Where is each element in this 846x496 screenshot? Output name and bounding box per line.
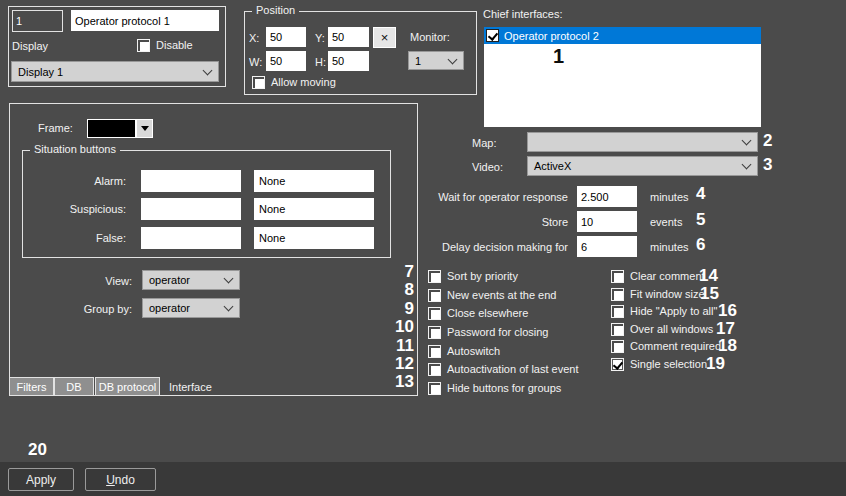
checkbox[interactable] xyxy=(428,326,441,339)
wait-response-label: Wait for operator response xyxy=(418,191,568,204)
option-hide-buttons-for-groups[interactable]: Hide buttons for groups xyxy=(428,381,561,395)
store-input[interactable] xyxy=(577,211,637,232)
tab-interface[interactable]: Interface xyxy=(163,377,233,396)
monitor-select[interactable]: 1 xyxy=(408,51,464,70)
list-item-checkbox[interactable] xyxy=(486,29,499,42)
option-label: Close elsewhere xyxy=(447,307,528,319)
y-input[interactable] xyxy=(328,27,369,47)
frame-color-swatch[interactable] xyxy=(87,119,136,138)
undo-button-rest: ndo xyxy=(115,473,135,487)
annotation-18: 18 xyxy=(718,337,737,354)
annotation-10: 10 xyxy=(384,318,414,335)
false-input[interactable] xyxy=(141,227,241,249)
suspicious-input[interactable] xyxy=(141,198,241,220)
frame-label: Frame: xyxy=(38,122,73,135)
checkbox[interactable] xyxy=(428,345,441,358)
option-comment-required[interactable]: Comment required xyxy=(611,339,721,353)
y-label: Y: xyxy=(315,32,325,45)
disable-checkbox[interactable] xyxy=(137,39,150,52)
option-label: Autoswitch xyxy=(447,345,500,357)
allow-moving-option[interactable]: Allow moving xyxy=(252,75,336,89)
map-select[interactable] xyxy=(527,132,758,152)
tab-filters[interactable]: Filters xyxy=(9,377,54,396)
x-input[interactable] xyxy=(266,27,306,47)
clear-position-button[interactable]: × xyxy=(373,27,396,48)
chief-interfaces-list[interactable]: Operator protocol 2 xyxy=(484,27,761,127)
chevron-down-icon xyxy=(224,274,234,284)
video-select[interactable]: ActiveX xyxy=(527,156,758,176)
undo-button-accel: U xyxy=(106,473,115,487)
option-clear-comment[interactable]: Clear comment xyxy=(611,269,705,283)
checkbox[interactable] xyxy=(428,270,441,283)
chevron-down-icon xyxy=(203,65,213,75)
view-select[interactable]: operator xyxy=(142,270,240,290)
annotation-12: 12 xyxy=(384,355,414,372)
checkbox[interactable] xyxy=(428,382,441,395)
store-label: Store xyxy=(418,216,568,229)
checkbox[interactable] xyxy=(611,358,624,371)
chevron-down-icon xyxy=(224,302,234,312)
checkbox[interactable] xyxy=(428,289,441,302)
option-new-events-at-end[interactable]: New events at the end xyxy=(428,288,556,302)
chevron-down-icon xyxy=(742,136,752,146)
option-autoswitch[interactable]: Autoswitch xyxy=(428,344,500,358)
option-label: Sort by priority xyxy=(447,270,518,282)
checkbox[interactable] xyxy=(611,340,624,353)
annotation-8: 8 xyxy=(384,281,414,298)
suspicious-action-field[interactable]: None xyxy=(254,198,374,220)
option-autoactivation-last-event[interactable]: Autoactivation of last event xyxy=(428,362,578,376)
alarm-action-field[interactable]: None xyxy=(254,170,374,192)
object-id-field[interactable] xyxy=(12,10,63,32)
annotation-5: 5 xyxy=(696,211,705,228)
option-close-elsewhere[interactable]: Close elsewhere xyxy=(428,306,528,320)
option-label: Fit window size xyxy=(630,288,705,300)
checkbox[interactable] xyxy=(428,363,441,376)
option-single-selection[interactable]: Single selection xyxy=(611,357,707,371)
option-over-all-windows[interactable]: Over all windows xyxy=(611,322,713,336)
list-item[interactable]: Operator protocol 2 xyxy=(484,27,761,44)
h-input[interactable] xyxy=(328,51,369,71)
false-action-field[interactable]: None xyxy=(254,227,374,249)
chevron-down-icon xyxy=(448,54,458,64)
checkbox[interactable] xyxy=(611,323,624,336)
option-hide-apply-to-all[interactable]: Hide "Apply to all" xyxy=(611,304,717,318)
monitor-select-value: 1 xyxy=(415,55,421,67)
alarm-input[interactable] xyxy=(141,170,241,192)
display-select[interactable]: Display 1 xyxy=(11,61,219,82)
video-label: Video: xyxy=(472,161,503,174)
annotation-9: 9 xyxy=(384,300,414,317)
allow-moving-checkbox[interactable] xyxy=(252,76,265,89)
option-label: Hide "Apply to all" xyxy=(630,305,717,317)
option-label: Single selection xyxy=(630,358,707,370)
list-item-label: Operator protocol 2 xyxy=(504,30,599,42)
option-label: Over all windows xyxy=(630,323,713,335)
object-name-field[interactable] xyxy=(71,10,219,31)
dropdown-arrow-icon xyxy=(141,126,149,131)
option-fit-window-size[interactable]: Fit window size xyxy=(611,287,705,301)
annotation-6: 6 xyxy=(696,236,705,253)
checkbox[interactable] xyxy=(611,288,624,301)
disable-label: Disable xyxy=(156,39,193,51)
group-by-label: Group by: xyxy=(60,303,132,316)
option-password-for-closing[interactable]: Password for closing xyxy=(428,325,549,339)
tab-db-protocol[interactable]: DB protocol xyxy=(95,377,160,396)
option-label: New events at the end xyxy=(447,289,556,301)
display-select-value: Display 1 xyxy=(18,66,63,78)
view-select-value: operator xyxy=(149,274,190,286)
w-input[interactable] xyxy=(266,51,306,71)
option-sort-by-priority[interactable]: Sort by priority xyxy=(428,269,518,283)
wait-response-input[interactable] xyxy=(577,186,637,207)
apply-button[interactable]: Apply xyxy=(8,468,74,491)
delay-decision-input[interactable] xyxy=(577,236,637,257)
tab-db[interactable]: DB xyxy=(54,377,94,396)
checkbox[interactable] xyxy=(611,270,624,283)
undo-button[interactable]: Undo xyxy=(85,468,156,491)
checkbox[interactable] xyxy=(428,307,441,320)
group-by-select[interactable]: operator xyxy=(142,298,240,318)
disable-option[interactable]: Disable xyxy=(137,38,193,52)
suspicious-label: Suspicious: xyxy=(30,203,126,216)
annotation-16: 16 xyxy=(718,302,737,319)
checkbox[interactable] xyxy=(611,305,624,318)
frame-color-dropdown-button[interactable] xyxy=(136,119,153,138)
annotation-7: 7 xyxy=(384,263,414,280)
